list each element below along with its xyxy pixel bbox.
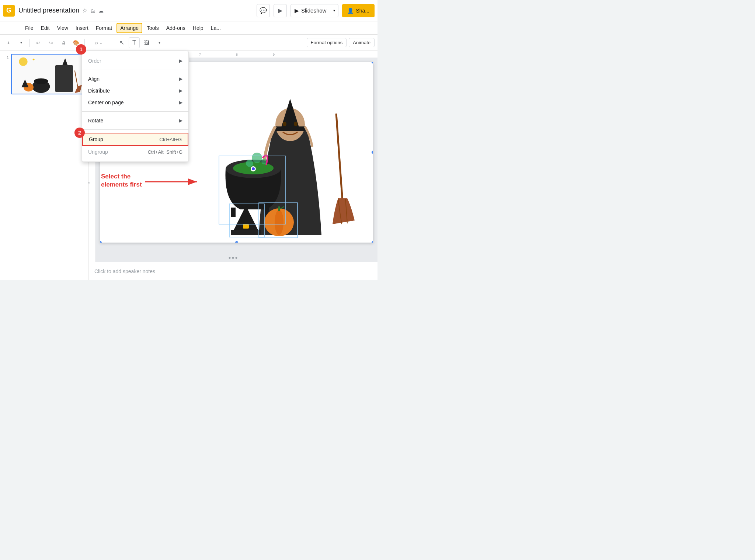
animate-button[interactable]: Animate: [349, 38, 375, 47]
text-button[interactable]: T: [129, 37, 140, 48]
resize-handle[interactable]: [229, 257, 237, 259]
menu-la[interactable]: La...: [208, 24, 224, 32]
menu-addons[interactable]: Add-ons: [163, 24, 188, 32]
menu-help[interactable]: Help: [190, 24, 206, 32]
slide-thumbnail-1: 1 ✦ ·: [3, 54, 85, 94]
order-label: Order: [88, 58, 101, 64]
annotation: Select the elements first: [101, 173, 142, 189]
menu-tools[interactable]: Tools: [144, 24, 162, 32]
svg-text:9: 9: [273, 53, 275, 56]
menu-item-rotate[interactable]: Rotate ▶: [82, 115, 188, 126]
svg-point-44: [252, 153, 262, 163]
svg-point-52: [275, 210, 283, 235]
ungroup-shortcut: Ctrl+Alt+Shift+G: [148, 149, 182, 155]
svg-text:7: 7: [199, 53, 201, 56]
step-badge-2: 2: [74, 128, 85, 138]
menu-view[interactable]: View: [54, 24, 71, 32]
top-right-area: 💬 ▶ ▶ Slideshow ▾ 👤 Sha...: [257, 4, 375, 17]
annotation-text: Select the elements first: [101, 173, 142, 189]
menu-bar: File Edit View Insert Format Arrange Too…: [0, 21, 378, 35]
center-label: Center on page: [88, 100, 124, 105]
rotate-arrow: ▶: [179, 118, 182, 123]
slideshow-main[interactable]: ▶ Slideshow: [291, 7, 330, 14]
annotation-arrow-svg: [145, 176, 204, 187]
group-label: Group: [89, 136, 103, 142]
format-options-button[interactable]: Format options: [307, 38, 347, 47]
redo-button[interactable]: ↪: [45, 37, 56, 48]
speaker-notes[interactable]: Click to add speaker notes: [88, 262, 378, 280]
undo-button[interactable]: ↩: [33, 37, 44, 48]
slideshow-label: Slideshow: [301, 7, 326, 14]
menu-section-align: Align ▶ Distribute ▶ Center on page ▶: [82, 72, 188, 110]
present-icon: ▶: [278, 7, 282, 14]
comments-icon: 💬: [260, 7, 267, 14]
svg-point-37: [294, 122, 298, 126]
comments-button[interactable]: 💬: [257, 4, 270, 17]
main-area: 1 ✦ ·: [0, 51, 378, 280]
image-dropdown-button[interactable]: ▾: [154, 37, 165, 48]
menu-item-ungroup[interactable]: Ungroup Ctrl+Alt+Shift+G: [82, 146, 188, 158]
menu-arrange[interactable]: Arrange: [116, 23, 142, 33]
arrange-dropdown-menu: Order ▶ Align ▶ Distribute ▶ Center on p…: [82, 51, 189, 162]
toolbar: + ▾ ↩ ↪ 🖨 🎨 ⌕ ▾ ↖ T 🖼 ▾ Format options A…: [0, 35, 378, 51]
print-button[interactable]: 🖨: [58, 37, 69, 48]
menu-item-align[interactable]: Align ▶: [82, 73, 188, 85]
order-arrow: ▶: [179, 58, 182, 63]
selection-handle-br[interactable]: [371, 241, 373, 243]
menu-item-order[interactable]: Order ▶: [82, 55, 188, 67]
menu-item-center[interactable]: Center on page ▶: [82, 97, 188, 108]
svg-point-43: [246, 160, 253, 167]
svg-rect-40: [231, 208, 236, 217]
cloud-icon[interactable]: ☁: [98, 8, 104, 14]
slide-number: 1: [3, 55, 9, 60]
svg-point-7: [34, 79, 48, 84]
star-icon[interactable]: ☆: [82, 7, 87, 14]
slideshow-button[interactable]: ▶ Slideshow ▾: [290, 4, 338, 17]
svg-text:·: ·: [29, 63, 29, 66]
document-title[interactable]: Untitled presentation: [18, 7, 79, 14]
distribute-label: Distribute: [88, 88, 110, 94]
add-button[interactable]: +: [3, 37, 14, 48]
menu-format[interactable]: Format: [93, 24, 115, 32]
present-mode-button[interactable]: ▶: [274, 4, 287, 17]
menu-edit[interactable]: Edit: [38, 24, 53, 32]
align-label: Align: [88, 76, 100, 82]
cursor-button[interactable]: ↖: [116, 37, 127, 48]
svg-rect-33: [275, 126, 305, 131]
menu-section-rotate: Rotate ▶: [82, 113, 188, 128]
share-label: Sha...: [356, 8, 369, 14]
menu-item-distribute[interactable]: Distribute ▶: [82, 85, 188, 97]
menu-divider-2: [82, 111, 188, 112]
toolbar-right: Format options Animate: [307, 38, 375, 47]
slide-preview-area[interactable]: ✦ ·: [11, 54, 85, 94]
share-button[interactable]: 👤 Sha...: [342, 4, 375, 17]
ungroup-label: Ungroup: [88, 149, 108, 155]
speaker-notes-placeholder: Click to add speaker notes: [94, 268, 155, 274]
center-arrow: ▶: [179, 100, 182, 105]
svg-text:5: 5: [88, 182, 91, 184]
drive-icon[interactable]: 🗂: [90, 8, 95, 14]
menu-divider-1: [82, 70, 188, 70]
align-arrow: ▶: [179, 76, 182, 81]
menu-item-group[interactable]: Group Ctrl+Alt+G: [82, 133, 188, 146]
menu-file[interactable]: File: [22, 24, 36, 32]
slide-preview-inner: ✦ ·: [12, 55, 84, 94]
rotate-label: Rotate: [88, 118, 103, 124]
add-dropdown-button[interactable]: ▾: [15, 37, 27, 48]
dot-1: [229, 257, 231, 259]
zoom-button[interactable]: ⌕ ▾: [88, 37, 110, 48]
image-button[interactable]: 🖼: [141, 37, 152, 48]
menu-section-group: Group Ctrl+Alt+G Ungroup Ctrl+Alt+Shift+…: [82, 131, 188, 159]
selection-handle-mr[interactable]: [371, 150, 373, 154]
slideshow-dropdown-button[interactable]: ▾: [330, 8, 338, 13]
svg-point-36: [283, 122, 286, 126]
svg-rect-53: [278, 206, 280, 211]
svg-text:8: 8: [236, 53, 238, 56]
title-area: Untitled presentation ☆ 🗂 ☁: [18, 7, 104, 14]
dot-3: [236, 257, 237, 259]
distribute-arrow: ▶: [179, 88, 182, 93]
slideshow-icon: ▶: [295, 7, 299, 14]
selection-handle-bm[interactable]: [235, 241, 239, 243]
menu-insert[interactable]: Insert: [73, 24, 91, 32]
svg-rect-49: [231, 230, 261, 235]
